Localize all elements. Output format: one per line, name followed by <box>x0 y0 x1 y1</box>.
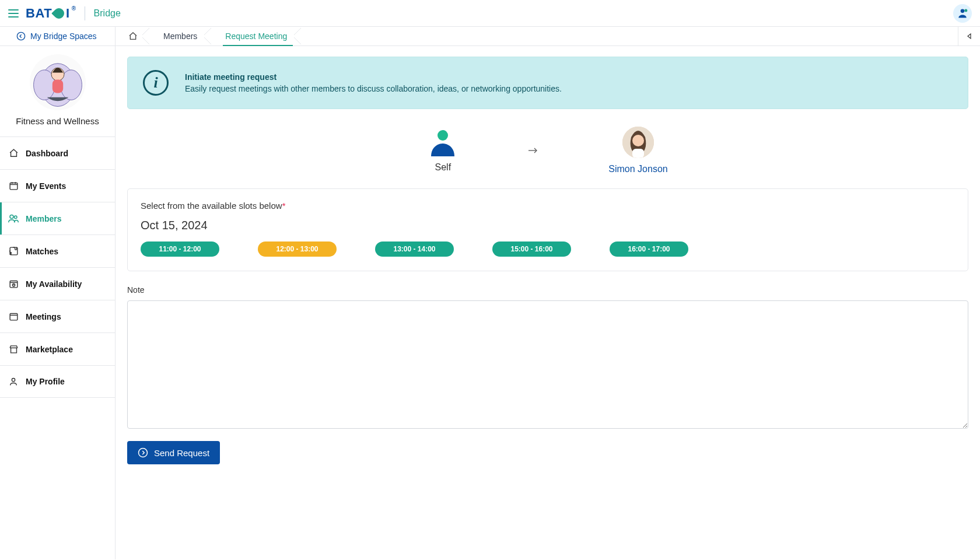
triangle-left-icon <box>967 33 972 39</box>
sidebar-item-availability[interactable]: My Availability <box>0 267 115 300</box>
person-icon <box>8 377 19 387</box>
user-icon <box>957 8 968 19</box>
slot-chip[interactable]: 13:00 - 14:00 <box>375 242 454 257</box>
sidebar: Fitness and Wellness DashboardMy EventsM… <box>0 46 116 559</box>
participants-row: Self Simon Jonson <box>127 109 968 188</box>
slots-date: Oct 15, 2024 <box>141 219 955 232</box>
back-to-spaces-link[interactable]: My Bridge Spaces <box>0 27 116 46</box>
sidebar-item-my-events[interactable]: My Events <box>0 169 115 202</box>
breadcrumb-home[interactable] <box>120 27 149 46</box>
slot-chip[interactable]: 16:00 - 17:00 <box>610 242 688 257</box>
sidebar-item-members[interactable]: Members <box>0 202 115 235</box>
brand-reg-mark: ® <box>72 5 76 12</box>
svg-marker-6 <box>968 34 971 38</box>
note-section: Note <box>127 285 968 430</box>
participant-self: Self <box>428 128 458 173</box>
send-request-button[interactable]: Send Request <box>127 441 220 464</box>
home-icon <box>128 32 138 41</box>
app-name[interactable]: Bridge <box>94 8 121 19</box>
breadcrumb: Members Request Meeting <box>116 27 301 46</box>
send-request-label: Send Request <box>154 448 209 458</box>
slots-title: Select from the available slots below* <box>141 201 955 211</box>
info-banner: i Initiate meeting request Easily reques… <box>127 57 968 109</box>
topbar: BAT I ® Bridge <box>0 0 980 27</box>
svg-point-31 <box>139 449 148 457</box>
svg-point-25 <box>12 378 15 381</box>
sidebar-item-label: Members <box>26 214 61 223</box>
collapse-panel-button[interactable] <box>958 27 980 46</box>
back-label: My Bridge Spaces <box>30 32 97 41</box>
svg-point-26 <box>438 130 448 141</box>
meditation-icon <box>31 55 85 109</box>
self-avatar <box>428 128 458 156</box>
space-name: Fitness and Wellness <box>16 116 99 126</box>
svg-point-5 <box>17 32 24 40</box>
brand-logo[interactable]: BAT I ® <box>26 6 76 21</box>
info-banner-title: Initiate meeting request <box>185 72 562 82</box>
back-icon <box>16 32 26 41</box>
breadcrumb-members-label: Members <box>163 32 197 41</box>
hamburger-icon[interactable] <box>8 9 19 18</box>
sidebar-item-marketplace[interactable]: Marketplace <box>0 332 115 365</box>
user-menu-button[interactable] <box>953 4 972 23</box>
info-icon: i <box>143 70 169 96</box>
svg-point-29 <box>632 135 644 146</box>
sidebar-item-dashboard[interactable]: Dashboard <box>0 136 115 169</box>
calendar2-icon <box>8 312 19 321</box>
sidebar-item-label: Meetings <box>26 312 61 321</box>
breadcrumb-members[interactable]: Members <box>149 27 211 46</box>
sidebar-item-label: Matches <box>26 247 58 256</box>
calendar-icon <box>8 181 19 191</box>
users-icon <box>8 214 19 223</box>
slot-chip[interactable]: 11:00 - 12:00 <box>141 242 219 257</box>
clock-icon <box>8 279 19 289</box>
slot-row: 11:00 - 12:0012:00 - 13:0013:00 - 14:001… <box>141 242 955 257</box>
sidebar-item-label: My Events <box>26 181 66 191</box>
brand-leaf-icon <box>51 6 66 20</box>
brand-text-right: I <box>66 6 70 21</box>
recipient-avatar <box>622 127 654 158</box>
note-label: Note <box>127 285 968 295</box>
svg-rect-12 <box>10 183 18 190</box>
svg-point-3 <box>961 9 965 13</box>
breadcrumb-request-meeting[interactable]: Request Meeting <box>211 27 301 46</box>
sidebar-item-my-profile[interactable]: My Profile <box>0 365 115 398</box>
svg-rect-30 <box>632 149 644 158</box>
svg-point-16 <box>10 215 13 219</box>
sidebar-item-label: My Profile <box>26 377 65 386</box>
note-input[interactable] <box>127 300 968 429</box>
svg-rect-23 <box>10 314 18 320</box>
main-content: i Initiate meeting request Easily reques… <box>116 46 980 559</box>
sidebar-item-label: Marketplace <box>26 345 73 354</box>
brand-text-left: BAT <box>26 6 52 21</box>
send-circle-arrow-icon <box>138 447 148 458</box>
participant-self-label: Self <box>435 162 452 173</box>
recipient-name: Simon Jonson <box>608 164 667 174</box>
participant-recipient[interactable]: Simon Jonson <box>608 127 667 174</box>
space-avatar <box>30 54 86 110</box>
shop-icon <box>8 344 19 354</box>
arrow-right-icon <box>528 147 538 154</box>
svg-point-17 <box>15 216 18 219</box>
slot-chip[interactable]: 15:00 - 16:00 <box>492 242 571 257</box>
slot-chip[interactable]: 12:00 - 13:00 <box>258 242 337 257</box>
info-banner-description: Easily request meetings with other membe… <box>185 84 562 93</box>
sidebar-item-label: Dashboard <box>26 149 68 158</box>
puzzle-icon <box>8 246 19 256</box>
subheader: My Bridge Spaces Members Request Meeting <box>0 27 980 46</box>
svg-point-4 <box>964 9 967 12</box>
space-card: Fitness and Wellness <box>0 46 115 136</box>
sidebar-item-matches[interactable]: Matches <box>0 235 115 267</box>
home-icon <box>8 148 19 158</box>
breadcrumb-request-meeting-label: Request Meeting <box>225 32 287 41</box>
svg-rect-11 <box>52 79 62 93</box>
brand-divider <box>85 6 85 20</box>
slots-card: Select from the available slots below* O… <box>127 188 968 271</box>
sidebar-item-meetings[interactable]: Meetings <box>0 300 115 332</box>
required-indicator: * <box>282 201 286 211</box>
sidebar-item-label: My Availability <box>26 279 82 289</box>
